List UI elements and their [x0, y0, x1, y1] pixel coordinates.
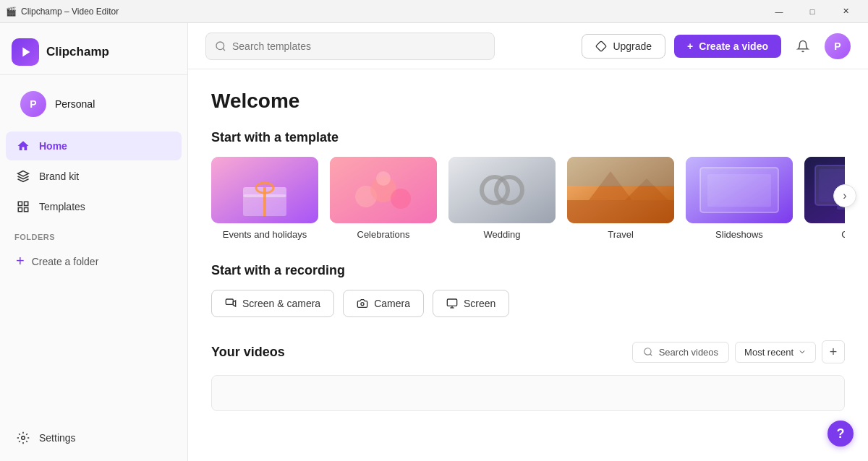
diamond-icon: [595, 40, 607, 52]
screen-icon: [446, 298, 458, 309]
search-videos-icon: [643, 347, 653, 357]
template-section-title: Start with a template: [211, 130, 845, 145]
chevron-down-icon: [798, 348, 807, 356]
template-label-travel: Travel: [567, 229, 674, 240]
close-button[interactable]: ✕: [829, 0, 862, 23]
bell-icon: [796, 40, 809, 53]
videos-section: Your videos Search videos Most recent: [211, 340, 845, 411]
svg-point-35: [361, 303, 364, 306]
username: Personal: [55, 98, 95, 110]
create-label: Create a video: [699, 40, 768, 52]
notifications-button[interactable]: [790, 33, 816, 59]
videos-section-title: Your videos: [211, 345, 285, 360]
svg-rect-26: [707, 174, 771, 207]
templates-icon: [16, 199, 30, 214]
template-card-wedding[interactable]: Wedding: [448, 157, 556, 240]
create-folder-button[interactable]: + Create a folder: [6, 246, 182, 277]
template-label-celebrations: Celebrations: [330, 229, 437, 240]
settings-icon: [16, 431, 30, 445]
svg-rect-23: [567, 157, 674, 186]
screen-label: Screen: [464, 298, 495, 309]
help-icon: ?: [837, 426, 845, 441]
create-folder-label: Create a folder: [32, 256, 99, 267]
svg-rect-36: [447, 299, 456, 306]
template-card-celebrations[interactable]: Celebrations: [330, 157, 437, 240]
sort-label: Most recent: [744, 347, 793, 358]
minimize-button[interactable]: —: [762, 0, 796, 23]
template-label-wedding: Wedding: [448, 229, 556, 240]
svg-point-39: [644, 348, 650, 355]
titlebar-left: 🎬 Clipchamp – Video Editor: [6, 7, 119, 17]
template-thumb-slideshows: [686, 157, 793, 223]
screen-camera-label: Screen & camera: [242, 298, 320, 309]
svg-rect-1: [25, 202, 28, 205]
svg-rect-16: [448, 157, 556, 223]
scroll-next-button[interactable]: ›: [833, 184, 856, 207]
videos-header: Your videos Search videos Most recent: [211, 340, 845, 363]
page-title: Welcome: [211, 90, 845, 113]
titlebar-controls: — □ ✕: [762, 0, 862, 23]
svg-rect-20: [567, 200, 674, 223]
search-videos-label: Search videos: [659, 347, 718, 358]
svg-point-5: [216, 42, 224, 50]
templates-row-wrapper: Events and holidays: [211, 157, 845, 240]
search-icon: [215, 40, 226, 52]
titlebar: 🎬 Clipchamp – Video Editor — □ ✕: [0, 0, 868, 23]
sort-dropdown[interactable]: Most recent: [735, 342, 816, 363]
camera-label: Camera: [374, 298, 410, 309]
upgrade-button[interactable]: Upgrade: [582, 34, 665, 59]
camera-button[interactable]: Camera: [343, 290, 424, 317]
screen-button[interactable]: Screen: [433, 290, 509, 317]
template-card-events[interactable]: Events and holidays: [211, 157, 318, 240]
titlebar-app-icon: 🎬: [6, 7, 17, 17]
sidebar-item-label: Brand kit: [39, 171, 79, 182]
search-bar[interactable]: [205, 33, 495, 60]
sidebar: Clipchamp P Personal Home Brand k: [0, 23, 188, 461]
template-label-slideshows: Slideshows: [686, 229, 793, 240]
sidebar-logo-row: Clipchamp: [0, 29, 187, 75]
titlebar-title: Clipchamp – Video Editor: [21, 7, 119, 17]
sidebar-user: P Personal: [6, 84, 182, 129]
videos-controls: Search videos Most recent +: [632, 340, 845, 363]
user-avatar-button[interactable]: P: [825, 33, 851, 59]
plus-icon: +: [830, 345, 838, 360]
sidebar-item-templates[interactable]: Templates: [6, 192, 182, 221]
screen-camera-icon: [225, 298, 237, 309]
svg-rect-33: [226, 299, 233, 304]
brand-icon: [16, 169, 30, 184]
sidebar-item-settings[interactable]: Settings: [6, 423, 182, 452]
templates-row: Events and holidays: [211, 157, 845, 240]
topbar: Upgrade + Create a video P: [188, 23, 868, 69]
sidebar-item-home[interactable]: Home: [6, 132, 182, 160]
sidebar-item-label: Home: [39, 140, 67, 152]
recording-buttons: Screen & camera Camera: [211, 290, 845, 317]
search-input[interactable]: [232, 40, 485, 52]
svg-point-4: [22, 436, 25, 440]
content: Welcome Start with a template: [188, 69, 868, 461]
svg-marker-34: [233, 301, 235, 306]
sidebar-nav: Home Brand kit Templates: [0, 132, 187, 221]
folders-section: + Create a folder: [0, 246, 187, 277]
template-card-slideshows[interactable]: Slideshows: [686, 157, 793, 240]
template-thumb-travel: [567, 157, 674, 223]
upgrade-label: Upgrade: [613, 40, 652, 52]
svg-rect-0: [18, 202, 22, 205]
template-card-travel[interactable]: Travel: [567, 157, 674, 240]
template-thumb-events: [211, 157, 318, 223]
sidebar-item-brand[interactable]: Brand kit: [6, 162, 182, 191]
screen-camera-button[interactable]: Screen & camera: [211, 290, 334, 317]
main-area: Upgrade + Create a video P Welcome: [188, 23, 868, 461]
app-logo-name: Clipchamp: [46, 45, 109, 59]
svg-rect-3: [25, 208, 28, 212]
sidebar-bottom: Settings: [0, 418, 187, 461]
sidebar-user-section: P Personal: [0, 75, 187, 132]
maximize-button[interactable]: □: [796, 0, 829, 23]
add-video-button[interactable]: +: [822, 340, 845, 363]
add-folder-icon: +: [16, 253, 25, 270]
recording-section: Start with a recording Screen & camera: [211, 263, 845, 317]
help-button[interactable]: ?: [827, 421, 854, 447]
create-video-button[interactable]: + Create a video: [674, 35, 781, 58]
videos-list-placeholder: [211, 375, 845, 411]
search-videos-bar[interactable]: Search videos: [632, 342, 729, 363]
folders-section-label: FOLDERS: [0, 221, 187, 246]
